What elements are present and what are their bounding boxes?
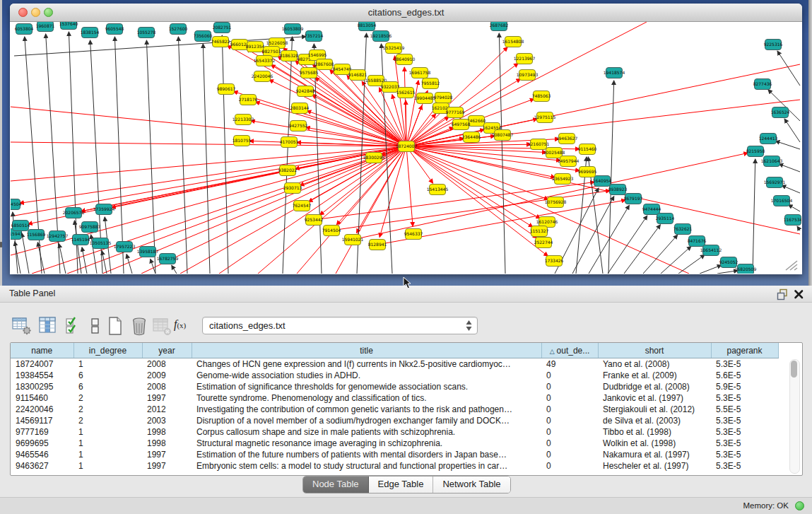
column-header[interactable]: pagerank	[711, 343, 778, 358]
table-options-icon[interactable]	[11, 315, 33, 337]
column-header[interactable]: name	[11, 343, 73, 358]
table-row[interactable]: 946362711997Embryonic stem cells: a mode…	[11, 460, 778, 472]
column-header[interactable]: year	[142, 343, 192, 358]
column-header[interactable]: short	[598, 343, 711, 358]
table-cell[interactable]: 5.3E-5	[711, 449, 778, 460]
table-cell[interactable]: 5.3E-5	[711, 460, 778, 472]
tab-edge-table[interactable]: Edge Table	[369, 477, 434, 493]
column-visibility-icon[interactable]	[37, 315, 59, 337]
table-cell[interactable]: 18724007	[11, 358, 73, 370]
table-cell[interactable]: Investigating the contribution of common…	[192, 404, 541, 415]
table-cell[interactable]: 2008	[142, 381, 192, 392]
table-cell[interactable]: 19384554	[11, 370, 73, 381]
table-cell[interactable]: 0	[541, 392, 598, 404]
table-cell[interactable]: Dudbridge et al. (2008)	[598, 381, 711, 392]
table-row[interactable]: 2242004622012Investigating the contribut…	[11, 404, 778, 415]
tab-node-table[interactable]: Node Table	[303, 477, 369, 493]
table-cell[interactable]: 1	[73, 438, 142, 449]
tab-network-table[interactable]: Network Table	[433, 477, 510, 493]
table-cell[interactable]: 9115460	[11, 392, 73, 404]
float-panel-icon[interactable]	[777, 288, 789, 300]
right-panel-divider[interactable]	[808, 0, 812, 286]
table-cell[interactable]: 1998	[142, 438, 192, 449]
table-cell[interactable]: Franke et al. (2009)	[598, 370, 711, 381]
table-row[interactable]: 1872400712008Changes of HCN gene express…	[11, 358, 778, 370]
table-cell[interactable]: 2012	[142, 404, 192, 415]
table-cell[interactable]: 5.3E-5	[711, 358, 778, 370]
table-cell[interactable]: 0	[541, 449, 598, 460]
delete-column-icon[interactable]	[129, 315, 150, 337]
table-row[interactable]: 977716911998Corpus callosum shape and si…	[11, 426, 778, 438]
table-cell[interactable]: 1	[73, 449, 142, 460]
close-panel-icon[interactable]	[793, 288, 805, 300]
network-canvas[interactable]: 6053804196087115376401838154960554810552…	[11, 22, 801, 274]
table-row[interactable]: 1456911722003Disruption of a novel membe…	[11, 415, 778, 426]
table-cell[interactable]: 1997	[142, 392, 192, 404]
table-cell[interactable]: Disruption of a novel member of a sodium…	[192, 415, 541, 426]
divider-grip[interactable]	[0, 242, 2, 247]
memory-status-indicator[interactable]	[795, 501, 804, 510]
scrollbar-thumb[interactable]	[791, 361, 797, 378]
table-cell[interactable]: 6	[73, 370, 142, 381]
table-cell[interactable]: 1997	[142, 449, 192, 460]
table-cell[interactable]: Jankovic et al. (1997)	[598, 392, 711, 404]
table-cell[interactable]: Estimation of the future numbers of pati…	[192, 449, 541, 460]
table-cell[interactable]: 9463627	[11, 460, 73, 472]
table-row[interactable]: 911546021997Tourette syndrome. Phenomeno…	[11, 392, 778, 404]
table-cell[interactable]: 1	[73, 460, 142, 472]
table-cell[interactable]: 5.3E-5	[711, 426, 778, 438]
citation-network-graph[interactable]: 6053804196087115376401838154960554810552…	[11, 22, 801, 274]
table-cell[interactable]: 0	[541, 415, 598, 426]
table-cell[interactable]: Yano et al. (2008)	[598, 358, 711, 370]
table-cell[interactable]: 1	[73, 426, 142, 438]
table-cell[interactable]: 2	[73, 404, 142, 415]
table-vertical-scrollbar[interactable]	[789, 359, 800, 474]
column-header[interactable]: △out_de...	[541, 343, 598, 358]
table-cell[interactable]: de Silva et al. (2003)	[598, 415, 711, 426]
column-header[interactable]: title	[192, 343, 541, 358]
table-row[interactable]: 969969511998Structural magnetic resonanc…	[11, 438, 778, 449]
table-cell[interactable]: Wolkin et al. (1998)	[598, 438, 711, 449]
table-cell[interactable]: Embryonic stem cells: a model to study s…	[192, 460, 541, 472]
table-cell[interactable]: Corpus callosum shape and size in male p…	[192, 426, 541, 438]
table-cell[interactable]: 1	[73, 358, 142, 370]
network-window-titlebar[interactable]: citations_edges.txt	[10, 4, 802, 22]
table-cell[interactable]: 5.3E-5	[711, 438, 778, 449]
row-height-icon[interactable]	[85, 315, 106, 337]
table-cell[interactable]: 49	[541, 358, 598, 370]
table-cell[interactable]: 5.9E-5	[711, 381, 778, 392]
table-cell[interactable]: 2	[73, 415, 142, 426]
table-cell[interactable]: Genome-wide association studies in ADHD.	[192, 370, 541, 381]
table-cell[interactable]: 22420046	[11, 404, 73, 415]
table-cell[interactable]: 5.6E-5	[711, 370, 778, 381]
table-cell[interactable]: 9699695	[11, 438, 73, 449]
column-header[interactable]: in_degree	[73, 343, 142, 358]
table-cell[interactable]: 6	[73, 381, 142, 392]
table-cell[interactable]: 0	[541, 460, 598, 472]
table-cell[interactable]: 5.3E-5	[711, 392, 778, 404]
table-cell[interactable]: 2008	[142, 358, 192, 370]
table-cell[interactable]: 1997	[142, 460, 192, 472]
table-cell[interactable]: 2009	[142, 370, 192, 381]
table-cell[interactable]: 14569117	[11, 415, 73, 426]
delete-table-icon[interactable]	[151, 315, 172, 337]
table-cell[interactable]: 18300295	[11, 381, 73, 392]
table-cell[interactable]: 9465546	[11, 449, 73, 460]
table-cell[interactable]: 5.5E-5	[711, 404, 778, 415]
function-builder-icon[interactable]: f(x)	[174, 318, 198, 339]
table-cell[interactable]: Tourette syndrome. Phenomenology and cla…	[192, 392, 541, 404]
table-cell[interactable]: 9777169	[11, 426, 73, 438]
table-row[interactable]: 1830029562008Estimation of significance …	[11, 381, 778, 392]
table-cell[interactable]: Changes of HCN gene expression and I(f) …	[192, 358, 541, 370]
table-selector[interactable]: citations_edges.txt	[202, 317, 478, 334]
table-cell[interactable]: Structural magnetic resonance image aver…	[192, 438, 541, 449]
table-row[interactable]: 946554611997Estimation of the future num…	[11, 449, 778, 460]
table-cell[interactable]: Hescheler et al. (1997)	[598, 460, 711, 472]
table-cell[interactable]: Stergiakouli et al. (2012)	[598, 404, 711, 415]
table-cell[interactable]: 2	[73, 392, 142, 404]
table-cell[interactable]: 0	[541, 370, 598, 381]
table-cell[interactable]: 0	[541, 381, 598, 392]
table-cell[interactable]: Nakamura et al. (1997)	[598, 449, 711, 460]
table-cell[interactable]: Tibbo et al. (1998)	[598, 426, 711, 438]
table-row[interactable]: 1938455462009Genome-wide association stu…	[11, 370, 778, 381]
